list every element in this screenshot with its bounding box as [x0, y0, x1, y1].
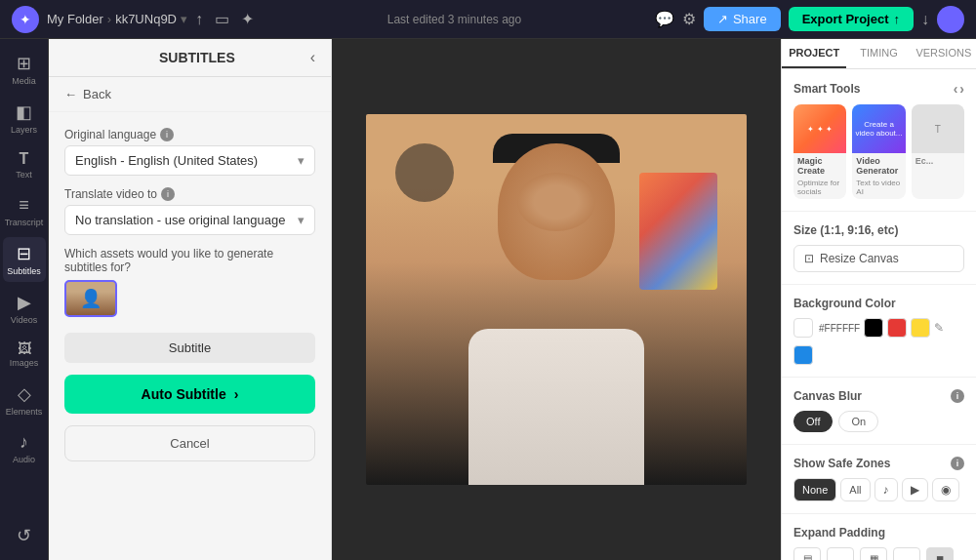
resize-section: Size (1:1, 9:16, etc) ⊡ Resize Canvas	[782, 212, 976, 285]
color-swatch-black[interactable]	[864, 318, 883, 338]
share-icon: ↗	[717, 12, 728, 26]
translate-select[interactable]: No translation - use original language ▾	[64, 205, 315, 235]
safe-zone-youtube[interactable]: ▶	[902, 478, 928, 501]
safe-zone-all[interactable]: All	[840, 478, 870, 501]
app-logo: ✦	[12, 6, 39, 33]
sidebar-item-audio[interactable]: ♪ Audio	[3, 426, 46, 470]
main-content: ⊞ Media ◧ Layers T Text ≡ Transcript ⊟ S…	[0, 39, 976, 560]
magic-icon[interactable]: ✦	[241, 10, 254, 28]
sidebar-item-text[interactable]: T Text	[3, 144, 46, 185]
tab-timing[interactable]: TIMING	[846, 39, 911, 68]
cancel-button[interactable]: Cancel	[64, 425, 315, 461]
background-color-section: Background Color #FFFFFF ✎	[782, 285, 976, 378]
smart-tool-extra[interactable]: T Ec...	[912, 104, 964, 199]
audio-icon: ♪	[20, 432, 28, 453]
download-icon[interactable]: ↓	[921, 11, 929, 28]
padding-option-4[interactable]	[893, 547, 920, 560]
monitor-icon[interactable]: ▭	[215, 10, 229, 28]
color-swatch-red[interactable]	[887, 318, 907, 338]
export-icon: ↑	[894, 12, 901, 26]
tab-versions[interactable]: VERSIONS	[912, 39, 976, 68]
magic-create-label: Magic Create	[793, 153, 846, 179]
smart-tools-grid: ✦ ✦ ✦ Magic Create Optimize for socials …	[793, 104, 964, 199]
safe-zones-group: None All ♪ ▶ ◉	[793, 478, 964, 501]
tiktok-icon: ♪	[883, 483, 889, 497]
safe-zones-info-icon[interactable]: i	[951, 457, 964, 470]
canvas-blur-title: Canvas Blur i	[793, 389, 964, 403]
youtube-icon: ▶	[911, 483, 919, 497]
translate-label: Translate video to i	[64, 187, 315, 201]
right-panel: PROJECT TIMING VERSIONS Smart Tools ‹ › …	[781, 39, 976, 560]
canvas-blur-info-icon[interactable]: i	[951, 389, 964, 403]
sidebar-label-videos: Videos	[11, 315, 37, 325]
canvas-blur-on[interactable]: On	[838, 411, 878, 432]
asset-thumbnail[interactable]	[64, 280, 117, 317]
translate-info-icon[interactable]: i	[161, 187, 175, 201]
translate-select-arrow-icon: ▾	[298, 213, 305, 227]
safe-zone-instagram[interactable]: ◉	[932, 478, 959, 501]
sidebar-item-videos[interactable]: ▶ Videos	[3, 286, 46, 331]
sidebar-label-audio: Audio	[13, 455, 35, 464]
panel-collapse-button[interactable]: ‹	[310, 49, 315, 66]
extra-tool-thumbnail: T	[912, 104, 964, 153]
nav-next-icon[interactable]: ›	[959, 81, 964, 97]
share-button[interactable]: ↗ Share	[704, 7, 781, 31]
sidebar-item-subtitles[interactable]: ⊟ Subtitles	[3, 237, 46, 282]
sidebar-label-layers: Layers	[11, 125, 37, 135]
original-language-select[interactable]: English - English (United States) ▾	[64, 145, 315, 176]
resize-icon: ⊡	[804, 252, 814, 265]
smart-tool-magic-create[interactable]: ✦ ✦ ✦ Magic Create Optimize for socials	[793, 104, 846, 199]
sidebar-item-undo[interactable]: ↺	[3, 519, 46, 552]
expand-padding-title: Expand Padding	[793, 526, 964, 540]
color-swatches: #FFFFFF ✎	[793, 318, 964, 365]
canvas-blur-off[interactable]: Off	[793, 411, 833, 432]
back-button[interactable]: ← Back	[49, 77, 331, 112]
original-language-field: Original language i English - English (U…	[64, 128, 315, 176]
resize-canvas-button[interactable]: ⊡ Resize Canvas	[793, 245, 964, 272]
safe-zone-none[interactable]: None	[793, 478, 836, 501]
sidebar-item-images[interactable]: 🖼 Images	[3, 335, 46, 374]
video-generator-sublabel: Text to video AI	[852, 179, 905, 199]
settings-icon[interactable]: ⚙	[682, 10, 696, 28]
safe-zones-title: Show Safe Zones i	[793, 457, 964, 470]
auto-subtitle-arrow-icon: ›	[234, 386, 239, 402]
tab-project[interactable]: PROJECT	[782, 39, 846, 68]
padding-option-2[interactable]	[827, 547, 854, 560]
sidebar-item-elements[interactable]: ◇ Elements	[3, 378, 46, 422]
color-swatch-white[interactable]	[793, 318, 813, 338]
color-pencil-icon[interactable]: ✎	[934, 321, 944, 335]
export-button[interactable]: Export Project ↑	[789, 7, 914, 31]
sidebar-item-layers[interactable]: ◧ Layers	[3, 96, 46, 140]
smart-tools-section: Smart Tools ‹ › ✦ ✦ ✦ Magic Create Optim…	[782, 69, 976, 212]
safe-zone-tiktok[interactable]: ♪	[874, 478, 898, 501]
upload-icon[interactable]: ↑	[195, 11, 203, 28]
expand-padding-section: Expand Padding ▤ ▦ ◼	[782, 514, 976, 560]
smart-tools-nav: ‹ ›	[954, 81, 964, 97]
user-avatar[interactable]	[937, 6, 964, 33]
color-swatch-blue[interactable]	[793, 345, 813, 365]
auto-subtitle-button[interactable]: Auto Subtitle ›	[64, 375, 315, 414]
padding-option-5[interactable]: ◼	[926, 547, 954, 560]
original-language-info-icon[interactable]: i	[160, 128, 174, 141]
color-swatch-yellow[interactable]	[911, 318, 930, 338]
select-arrow-icon: ▾	[298, 153, 305, 168]
nav-prev-icon[interactable]: ‹	[954, 81, 958, 97]
padding-option-3[interactable]: ▦	[860, 547, 887, 560]
back-arrow-icon: ←	[64, 87, 77, 101]
smart-tool-video-generator[interactable]: Create a video about... Video Generator …	[852, 104, 905, 199]
background-color-title: Background Color	[793, 297, 964, 310]
canvas-blur-section: Canvas Blur i Off On	[782, 378, 976, 445]
topbar: ✦ My Folder › kk7UNq9D ▾ ↑ ▭ ✦ Last edit…	[0, 0, 976, 39]
subtitles-panel: SUBTITLES ‹ ← Back Original language i E…	[49, 39, 332, 560]
padding-option-1[interactable]: ▤	[793, 547, 821, 560]
chat-icon[interactable]: 💬	[655, 10, 674, 28]
sidebar-item-media[interactable]: ⊞ Media	[3, 47, 46, 92]
extra-tool-sublabel	[912, 169, 964, 172]
sidebar-item-transcript[interactable]: ≡ Transcript	[3, 189, 46, 233]
panel-content: Original language i English - English (U…	[49, 112, 331, 560]
subtitle-preview-label: Subtitle	[64, 333, 315, 363]
person-body	[468, 329, 644, 485]
sidebar-label-subtitles: Subtitles	[7, 266, 41, 276]
transcript-icon: ≡	[19, 195, 29, 216]
video-frame	[366, 114, 747, 485]
